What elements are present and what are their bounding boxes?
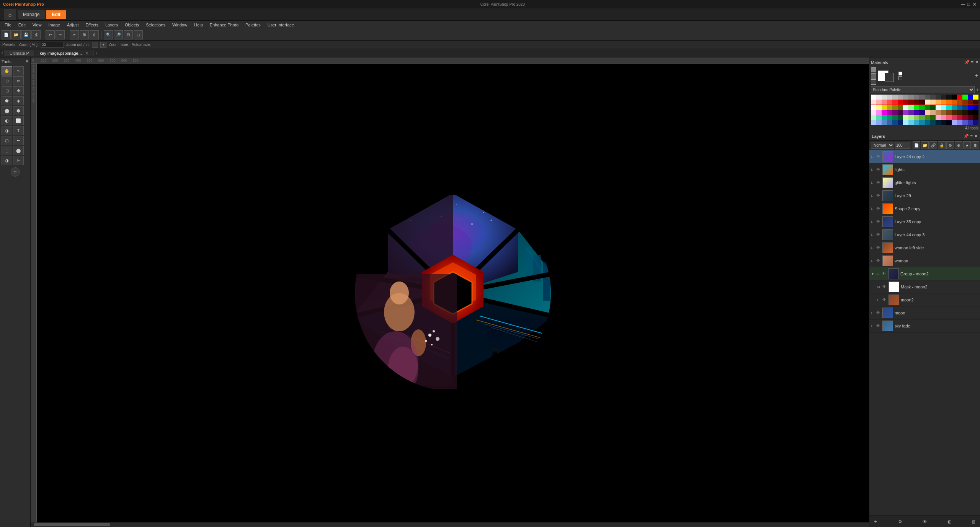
layer-vis-11[interactable]: 👁 xyxy=(882,284,887,290)
layer-vis-12[interactable]: 👁 xyxy=(882,297,887,303)
palette-cell[interactable] xyxy=(903,95,908,100)
palette-cell[interactable] xyxy=(936,110,941,115)
palette-cell[interactable] xyxy=(962,100,968,105)
palette-cell[interactable] xyxy=(952,105,957,110)
palette-cell[interactable] xyxy=(887,105,892,110)
layer-vis-5[interactable]: 👁 xyxy=(875,206,881,211)
merge-layer-btn[interactable]: ⊕ xyxy=(955,141,962,149)
lock-layer-btn[interactable]: 🔒 xyxy=(938,141,946,149)
palette-cell[interactable] xyxy=(887,115,892,120)
palette-cell[interactable] xyxy=(952,95,957,100)
palette-cell[interactable] xyxy=(892,100,898,105)
tab-next-btn[interactable]: › xyxy=(96,51,97,56)
layer-item-group-moon2[interactable]: ▼ G 👁 Group - moon2 xyxy=(869,267,980,280)
delete-bottom-btn[interactable]: 🗑 xyxy=(970,518,978,525)
layer-vis-14[interactable]: 👁 xyxy=(875,323,881,329)
menu-effects[interactable]: Effects xyxy=(83,22,101,28)
wand-tool[interactable]: ⬟ xyxy=(2,96,12,105)
palette-cell[interactable] xyxy=(925,110,930,115)
new-file-btn[interactable]: 📄 xyxy=(2,30,11,39)
layers-menu-btn[interactable]: ≡ xyxy=(970,134,973,139)
palette-cell[interactable] xyxy=(876,110,882,115)
smart-sel-tool[interactable]: ◈ xyxy=(13,96,24,105)
add-layer-btn[interactable]: + xyxy=(872,518,879,525)
palette-cell[interactable] xyxy=(892,115,898,120)
palette-cell[interactable] xyxy=(962,105,968,110)
palette-cell[interactable] xyxy=(871,110,876,115)
scroll-thumb-h[interactable] xyxy=(34,523,110,526)
palette-cell[interactable] xyxy=(973,95,978,100)
palette-cell[interactable] xyxy=(908,105,914,110)
tab-ultimate[interactable]: Ultimate P xyxy=(5,50,34,56)
menu-image[interactable]: Image xyxy=(45,22,63,28)
palette-cell[interactable] xyxy=(903,120,908,125)
layer-item-moon2[interactable]: L 👁 moon2 xyxy=(869,293,980,306)
palette-cell[interactable] xyxy=(968,105,973,110)
palette-cell[interactable] xyxy=(925,100,930,105)
palette-cell[interactable] xyxy=(962,110,968,115)
palette-cell[interactable] xyxy=(908,115,914,120)
palette-cell[interactable] xyxy=(925,95,930,100)
mat-pin-btn[interactable]: 📌 xyxy=(964,60,970,65)
palette-cell[interactable] xyxy=(919,105,924,110)
copy-btn[interactable]: ⊞ xyxy=(80,30,89,39)
actual-size-btn[interactable]: ◻ xyxy=(134,30,143,39)
palette-cell[interactable] xyxy=(957,100,962,105)
palette-cell[interactable] xyxy=(892,105,898,110)
palette-cell[interactable] xyxy=(962,95,968,100)
palette-cell[interactable] xyxy=(930,120,936,125)
layer-vis-3[interactable]: 👁 xyxy=(875,180,881,185)
move2-tool[interactable]: ✥ xyxy=(13,86,24,95)
palette-cell[interactable] xyxy=(941,95,946,100)
palette-cell[interactable] xyxy=(871,115,876,120)
print-btn[interactable]: 🖨 xyxy=(31,30,41,39)
fit-btn[interactable]: ⊡ xyxy=(124,30,133,39)
palette-cell[interactable] xyxy=(898,120,903,125)
palette-cell[interactable] xyxy=(871,95,876,100)
palette-cell[interactable] xyxy=(887,120,892,125)
palette-cell[interactable] xyxy=(898,95,903,100)
palette-cell[interactable] xyxy=(930,110,936,115)
palette-cell[interactable] xyxy=(871,105,876,110)
swatch-btn-3[interactable] xyxy=(871,79,876,85)
layer-item-mask-moon2[interactable]: M 👁 Mask - moon2 xyxy=(869,280,980,293)
palette-cell[interactable] xyxy=(871,100,876,105)
eye-btn[interactable]: 👁 xyxy=(921,518,929,525)
palette-select[interactable]: Standard Palette xyxy=(871,86,975,93)
palette-cell[interactable] xyxy=(973,105,978,110)
layer-vis-6[interactable]: 👁 xyxy=(875,219,881,224)
palette-cell[interactable] xyxy=(957,115,962,120)
pan-tool[interactable]: ✋ xyxy=(2,66,12,75)
eyedrop-tool[interactable]: ⌶ xyxy=(2,146,12,155)
palette-cell[interactable] xyxy=(887,95,892,100)
layers-close-btn[interactable]: ✕ xyxy=(974,134,978,139)
layer-item-sky-fade[interactable]: L 👁 sky fade xyxy=(869,319,980,332)
palette-cell[interactable] xyxy=(941,115,946,120)
palette-cell[interactable] xyxy=(919,95,924,100)
palette-cell[interactable] xyxy=(968,100,973,105)
layer-vis-4[interactable]: 👁 xyxy=(875,193,881,198)
layer-vis-10[interactable]: 👁 xyxy=(881,271,887,277)
layer-vis-9[interactable]: 👁 xyxy=(875,258,881,264)
palette-cell[interactable] xyxy=(882,105,887,110)
palette-cell[interactable] xyxy=(946,105,952,110)
palette-cell[interactable] xyxy=(936,115,941,120)
layer-item-lights[interactable]: L 👁 lights xyxy=(869,163,980,176)
tab-close-btn[interactable]: ✕ xyxy=(85,51,88,56)
manage-button[interactable]: Manage xyxy=(18,10,45,19)
palette-cell[interactable] xyxy=(952,115,957,120)
layer-item-moon[interactable]: L 👁 moon xyxy=(869,306,980,319)
palette-cell[interactable] xyxy=(914,110,919,115)
close-btn[interactable]: ✕ xyxy=(972,1,977,7)
palette-cell[interactable] xyxy=(957,95,962,100)
palette-cell[interactable] xyxy=(946,120,952,125)
menu-enhance[interactable]: Enhance Photo xyxy=(207,22,242,28)
palette-cell[interactable] xyxy=(952,100,957,105)
menu-file[interactable]: File xyxy=(2,22,15,28)
swatch-btn-1[interactable] xyxy=(871,67,876,72)
palette-cell[interactable] xyxy=(941,105,946,110)
palette-cell[interactable] xyxy=(930,105,936,110)
palette-cell[interactable] xyxy=(892,110,898,115)
reset-colors-btn[interactable] xyxy=(898,72,902,75)
minimize-btn[interactable]: ─ xyxy=(961,1,965,7)
